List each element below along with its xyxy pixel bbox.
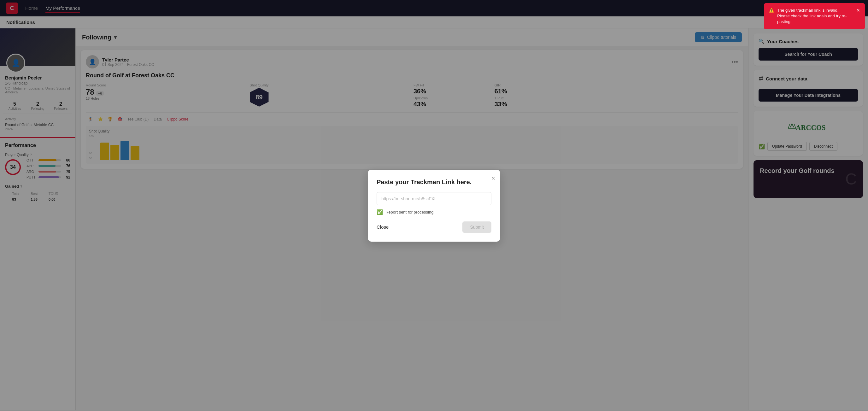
- modal-title: Paste your Trackman Link here.: [377, 179, 491, 186]
- warning-icon: ⚠️: [769, 7, 774, 13]
- trackman-link-input[interactable]: [377, 192, 491, 205]
- error-message: The given trackman link is invalid. Plea…: [777, 7, 851, 25]
- error-banner: ⚠️ The given trackman link is invalid. P…: [764, 3, 865, 29]
- error-close-button[interactable]: ×: [856, 7, 860, 13]
- modal-success-message: ✅ Report sent for processing: [377, 209, 491, 215]
- modal-overlay: Paste your Trackman Link here. × ✅ Repor…: [0, 0, 868, 410]
- success-checkmark-icon: ✅: [377, 209, 383, 215]
- modal-submit-button[interactable]: Submit: [462, 221, 491, 233]
- modal-close-x-button[interactable]: ×: [491, 175, 495, 182]
- modal-actions: Close Submit: [377, 221, 491, 233]
- modal-close-button[interactable]: Close: [377, 224, 389, 230]
- trackman-modal: Paste your Trackman Link here. × ✅ Repor…: [368, 170, 500, 242]
